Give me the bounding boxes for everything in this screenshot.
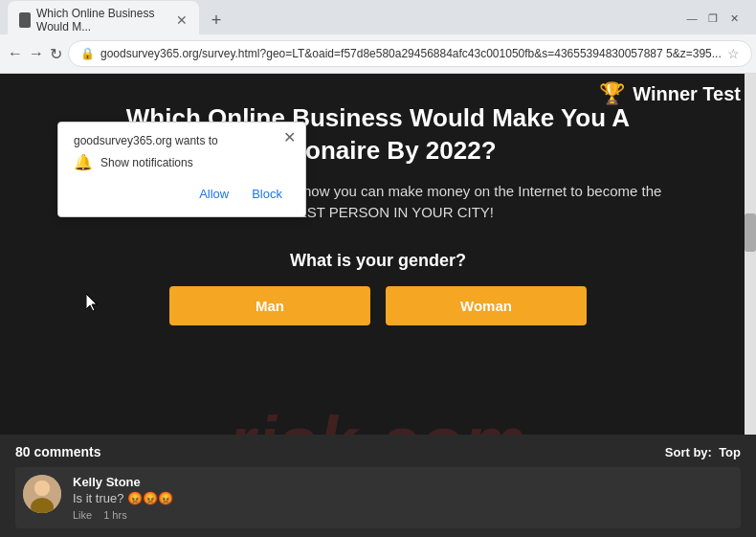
- notification-popup: ✕ goodsurvey365.org wants to 🔔 Show noti…: [57, 122, 306, 217]
- like-button[interactable]: Like: [73, 509, 92, 521]
- popup-buttons: Allow Block: [74, 183, 290, 205]
- browser-chrome: Which Online Business Would M... ✕ + — ❐…: [0, 0, 756, 74]
- maximize-button[interactable]: ❐: [706, 11, 720, 25]
- tab-label: Which Online Business Would M...: [36, 7, 168, 34]
- popup-notification-row: 🔔 Show notifications: [74, 153, 290, 171]
- comment-body: Kelly Stone Is it true? 😡😡😡 Like 1 hrs: [73, 475, 733, 521]
- header-bar: 🏆 Winner Test: [584, 74, 756, 114]
- tab-bar: Which Online Business Would M... ✕ + — ❐…: [0, 0, 756, 34]
- header-title: Winner Test: [633, 83, 741, 105]
- sort-value[interactable]: Top: [719, 445, 741, 459]
- comments-sort: Sort by: Top: [665, 445, 741, 459]
- block-button[interactable]: Block: [244, 183, 290, 205]
- forward-button[interactable]: →: [29, 40, 44, 67]
- address-bar-row: ← → ↻ 🔒 goodsurvey365.org/survey.html?ge…: [0, 34, 756, 73]
- tab-close-button[interactable]: ✕: [176, 12, 188, 28]
- bookmark-icon[interactable]: ☆: [727, 46, 740, 61]
- popup-notification-text: Show notifications: [100, 156, 193, 169]
- gender-buttons: Man Woman: [169, 286, 587, 325]
- comment-text: Is it true? 😡😡😡: [73, 491, 733, 505]
- minimize-button[interactable]: —: [685, 11, 699, 25]
- svg-point-3: [34, 481, 50, 496]
- gender-question: What is your gender?: [290, 251, 466, 271]
- popup-site-text: goodsurvey365.org wants to: [74, 134, 290, 147]
- comments-header: 80 comments Sort by: Top: [15, 444, 741, 459]
- url-text: goodsurvey365.org/survey.html?geo=LT&oai…: [100, 47, 722, 60]
- trophy-icon: 🏆: [599, 81, 625, 106]
- main-area: Which Online Business Would Make You A B…: [0, 74, 756, 364]
- man-button[interactable]: Man: [169, 286, 370, 325]
- woman-button[interactable]: Woman: [386, 286, 587, 325]
- popup-close-button[interactable]: ✕: [283, 128, 296, 146]
- close-button[interactable]: ✕: [727, 11, 741, 25]
- window-controls: — ❐ ✕: [685, 11, 748, 25]
- active-tab[interactable]: Which Online Business Would M... ✕: [8, 1, 199, 39]
- comment-time: 1 hrs: [103, 509, 126, 521]
- new-tab-button[interactable]: +: [203, 7, 230, 34]
- comment-meta: Like 1 hrs: [73, 509, 733, 521]
- allow-button[interactable]: Allow: [191, 183, 236, 205]
- avatar: [23, 475, 61, 513]
- lock-icon: 🔒: [80, 47, 95, 60]
- comments-count: 80 comments: [15, 444, 100, 459]
- bell-icon: 🔔: [74, 153, 93, 171]
- comments-section: 80 comments Sort by: Top Kelly Stone Is …: [0, 435, 756, 537]
- tab-favicon: [19, 12, 31, 28]
- back-button[interactable]: ←: [8, 40, 23, 67]
- address-input[interactable]: 🔒 goodsurvey365.org/survey.html?geo=LT&o…: [68, 40, 752, 67]
- comment-name: Kelly Stone: [73, 475, 733, 489]
- reload-button[interactable]: ↻: [50, 40, 62, 67]
- comment-row: Kelly Stone Is it true? 😡😡😡 Like 1 hrs: [15, 467, 741, 528]
- page-content: 🏆 Winner Test ✕ goodsurvey365.org wants …: [0, 74, 756, 537]
